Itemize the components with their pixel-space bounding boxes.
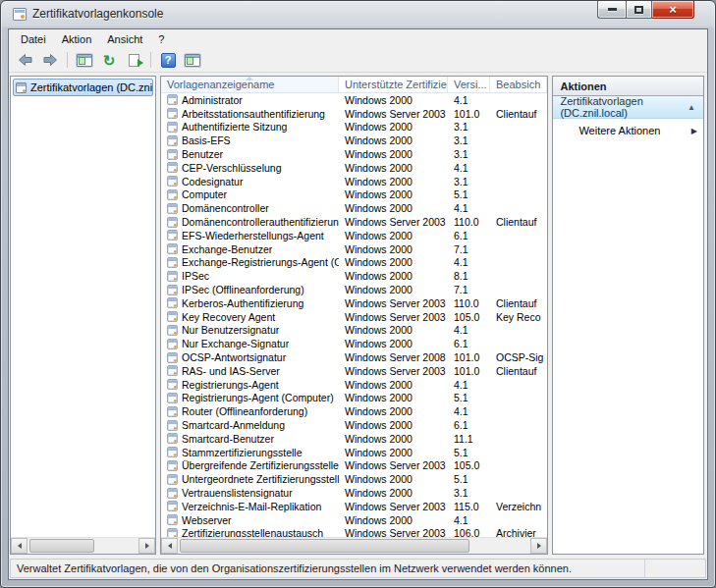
show-action-pane-button[interactable] bbox=[182, 50, 203, 70]
refresh-button[interactable]: ↻ bbox=[98, 50, 120, 70]
table-row[interactable]: ArbeitsstationsauthentifizierungWindows … bbox=[161, 107, 547, 121]
template-version: 101.0 bbox=[448, 108, 490, 120]
refresh-icon: ↻ bbox=[103, 53, 116, 68]
scrollbar-track[interactable] bbox=[178, 538, 530, 554]
scrollbar-track[interactable] bbox=[28, 538, 138, 554]
back-button[interactable] bbox=[15, 50, 36, 70]
scroll-right-button[interactable] bbox=[530, 538, 547, 554]
supported-ca: Windows 2000 bbox=[339, 256, 448, 268]
template-name: Webserver bbox=[182, 514, 232, 526]
table-row[interactable]: Nur BenutzersignaturWindows 20004.1 bbox=[161, 324, 547, 338]
template-name: Exchange-Registrierungs-Agent (Offlinea.… bbox=[182, 256, 339, 268]
table-row[interactable]: Registrierungs-Agent (Computer)Windows 2… bbox=[161, 392, 547, 405]
column-header-vorlagenanzeigename[interactable]: Vorlagenanzeigename bbox=[161, 77, 339, 92]
template-name: Stammzertifizierungsstelle bbox=[182, 447, 303, 458]
table-row[interactable]: WebserverWindows 20004.1 bbox=[161, 513, 547, 527]
template-name: Smartcard-Anmeldung bbox=[182, 419, 285, 431]
table-row[interactable]: IPSec (Offlineanforderung)Windows 20007.… bbox=[161, 283, 547, 296]
intended-purpose: Archivier bbox=[490, 527, 547, 537]
table-row[interactable]: Basis-EFSWindows 20003.1 bbox=[161, 134, 547, 147]
help-button[interactable]: ? bbox=[157, 50, 179, 70]
certificate-template-icon bbox=[167, 488, 177, 498]
maximize-button[interactable] bbox=[626, 1, 652, 19]
menu-hilfe[interactable]: ? bbox=[150, 31, 172, 47]
table-row[interactable]: VertrauenslistensignaturWindows 20003.1 bbox=[161, 486, 547, 500]
template-name: Untergeordnete Zertifizierungsstelle bbox=[182, 473, 339, 485]
table-row[interactable]: Exchange-BenutzerWindows 20007.1 bbox=[161, 242, 547, 256]
column-header-unterstuetzte-zertifizierungsstellen[interactable]: Unterstützte Zertifizieru... bbox=[339, 77, 448, 92]
scroll-left-icon bbox=[18, 543, 22, 549]
template-name: Smartcard-Benutzer bbox=[182, 433, 274, 445]
certificate-template-icon bbox=[167, 474, 177, 484]
supported-ca: Windows 2000 bbox=[339, 284, 448, 295]
table-row[interactable]: Verzeichnis-E-Mail-ReplikationWindows Se… bbox=[161, 500, 547, 513]
window-controls: × bbox=[597, 1, 694, 19]
scroll-left-button[interactable] bbox=[161, 538, 178, 554]
table-row[interactable]: Übergreifende ZertifizierungsstelleWindo… bbox=[161, 459, 547, 473]
table-row[interactable]: DomänencontrollerWindows 20004.1 bbox=[161, 201, 547, 215]
table-row[interactable]: CodesignaturWindows 20003.1 bbox=[161, 175, 547, 188]
supported-ca: Windows Server 2003 En... bbox=[339, 459, 448, 471]
minimize-button[interactable] bbox=[597, 1, 626, 19]
template-name: Codesignatur bbox=[182, 176, 243, 187]
scroll-left-button[interactable] bbox=[11, 538, 28, 554]
certificate-template-icon bbox=[167, 352, 177, 362]
intended-purpose: Clientauf bbox=[490, 365, 547, 377]
scrollbar-thumb[interactable] bbox=[180, 539, 469, 553]
collapse-icon[interactable]: ▲ bbox=[688, 103, 695, 112]
certificate-template-icon bbox=[167, 528, 177, 537]
menu-ansicht[interactable]: Ansicht bbox=[99, 31, 150, 47]
column-header-beabsichtigte-zwecke[interactable]: Beabsich bbox=[490, 77, 547, 92]
actions-pane-title: Aktionen bbox=[553, 77, 703, 96]
actions-item-weitere-aktionen[interactable]: Weitere Aktionen ▶ bbox=[553, 119, 703, 142]
back-icon bbox=[18, 53, 33, 67]
table-row[interactable]: CEP-VerschlüsselungWindows 20004.1 bbox=[161, 161, 547, 175]
scroll-right-icon bbox=[145, 543, 149, 549]
table-row[interactable]: DomänencontrollerauthentifizierungWindow… bbox=[161, 215, 547, 229]
title-bar[interactable]: Zertifikatvorlagenkonsole × bbox=[1, 1, 715, 28]
export-list-button[interactable] bbox=[123, 50, 144, 70]
forward-button[interactable] bbox=[39, 50, 61, 70]
certificate-template-icon bbox=[167, 379, 177, 389]
table-row[interactable]: Nur Exchange-SignaturWindows 20006.1 bbox=[161, 337, 547, 350]
table-row[interactable]: Exchange-Registrierungs-Agent (Offlinea.… bbox=[161, 256, 547, 270]
table-row[interactable]: RAS- und IAS-ServerWindows Server 2003 E… bbox=[161, 364, 547, 378]
help-icon: ? bbox=[161, 53, 176, 68]
template-name: Authentifizierte Sitzung bbox=[182, 121, 287, 133]
table-row[interactable]: OCSP-AntwortsignaturWindows Server 2008 … bbox=[161, 350, 547, 364]
table-row[interactable]: ZertifizierungsstellenaustauschWindows S… bbox=[161, 527, 547, 538]
table-row[interactable]: Registrierungs-AgentWindows 20004.1 bbox=[161, 378, 547, 392]
table-row[interactable]: Router (Offlineanforderung)Windows 20004… bbox=[161, 404, 547, 418]
close-button[interactable]: × bbox=[652, 1, 694, 19]
table-row[interactable]: StammzertifizierungsstelleWindows 20005.… bbox=[161, 446, 547, 459]
table-row[interactable]: AdministratorWindows 20004.1 bbox=[161, 93, 547, 107]
intended-purpose: Key Reco bbox=[490, 311, 547, 323]
table-row[interactable]: Smartcard-AnmeldungWindows 20006.1 bbox=[161, 418, 547, 432]
supported-ca: Windows 2000 bbox=[339, 202, 448, 214]
supported-ca: Windows 2000 bbox=[339, 148, 448, 160]
tree-horizontal-scrollbar[interactable] bbox=[11, 537, 155, 554]
table-row[interactable]: Smartcard-BenutzerWindows 200011.1 bbox=[161, 432, 547, 446]
scrollbar-thumb[interactable] bbox=[29, 539, 94, 553]
menu-aktion[interactable]: Aktion bbox=[54, 31, 100, 47]
scroll-left-icon bbox=[168, 543, 172, 549]
table-row[interactable]: Kerberos-AuthentifizierungWindows Server… bbox=[161, 296, 547, 310]
template-version: 6.1 bbox=[448, 419, 490, 431]
show-console-tree-button[interactable] bbox=[74, 50, 95, 70]
list-horizontal-scrollbar[interactable] bbox=[161, 537, 547, 554]
table-row[interactable]: ComputerWindows 20005.1 bbox=[161, 188, 547, 202]
table-row[interactable]: Untergeordnete ZertifizierungsstelleWind… bbox=[161, 472, 547, 486]
menu-datei[interactable]: Datei bbox=[13, 31, 54, 47]
actions-group-header[interactable]: Zertifikatvorlagen (DC.znil.local) ▲ bbox=[553, 96, 703, 119]
table-row[interactable]: IPSecWindows 20008.1 bbox=[161, 269, 547, 283]
table-row[interactable]: Key Recovery AgentWindows Server 2003 En… bbox=[161, 310, 547, 324]
scroll-right-button[interactable] bbox=[138, 538, 155, 554]
table-row[interactable]: Authentifizierte SitzungWindows 20003.1 bbox=[161, 121, 547, 134]
table-row[interactable]: EFS-Wiederherstellungs-AgentWindows 2000… bbox=[161, 229, 547, 242]
certificate-template-icon bbox=[167, 420, 177, 430]
column-header-version[interactable]: Versi... bbox=[448, 77, 490, 92]
template-version: 4.1 bbox=[448, 405, 490, 417]
supported-ca: Windows Server 2008 En... bbox=[339, 351, 448, 363]
table-row[interactable]: BenutzerWindows 20003.1 bbox=[161, 147, 547, 161]
tree-item-zertifikatvorlagen[interactable]: Zertifikatvorlagen (DC.znil.local) bbox=[13, 79, 153, 96]
